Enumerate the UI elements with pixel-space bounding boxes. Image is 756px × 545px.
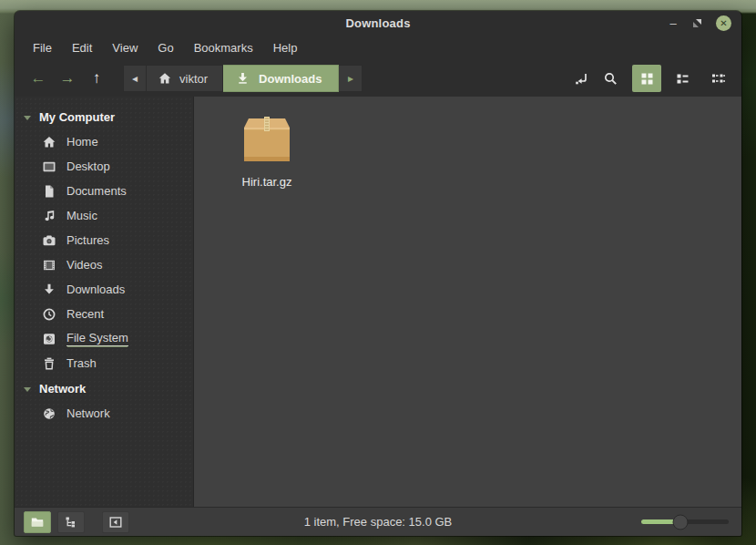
home-icon <box>158 71 172 86</box>
sidebar-item-label: Network <box>66 406 110 420</box>
section-header-label: Network <box>39 382 86 396</box>
sidebar-item-trash[interactable]: Trash <box>15 351 193 375</box>
restore-icon <box>692 18 702 28</box>
menu-view[interactable]: View <box>102 37 148 58</box>
globe-icon <box>42 406 56 421</box>
breadcrumb-home[interactable]: viktor <box>147 65 223 92</box>
download-arrow-icon <box>42 283 56 297</box>
search-icon <box>603 71 618 87</box>
window-controls: – ✕ <box>668 15 741 31</box>
sidebar-item-label: Music <box>66 209 97 222</box>
desktop-wallpaper: { "window": { "title": "Downloads", "con… <box>0 0 756 545</box>
maximize-button[interactable] <box>692 18 702 28</box>
sidebar-item-network[interactable]: Network <box>15 401 193 426</box>
compact-view-button[interactable] <box>703 65 732 92</box>
sidebar-item-downloads[interactable]: Downloads <box>15 277 193 302</box>
location-entry-icon <box>574 71 589 87</box>
menu-bookmarks[interactable]: Bookmarks <box>184 37 263 58</box>
search-button[interactable] <box>596 66 625 91</box>
music-note-icon <box>42 209 56 223</box>
sidebar-item-label: File System <box>66 331 128 346</box>
sidebar-item-label: Trash <box>66 356 97 370</box>
status-text: 1 item, Free space: 15.0 GB <box>15 515 741 529</box>
breadcrumb-home-label: viktor <box>179 72 208 86</box>
back-button[interactable]: ← <box>24 66 53 91</box>
expander-down-icon[interactable] <box>24 387 31 392</box>
sidebar-item-label: Pictures <box>66 233 109 247</box>
statusbar: 1 item, Free space: 15.0 GB <box>15 507 741 536</box>
sidebar-item-home[interactable]: Home <box>15 129 193 154</box>
home-icon <box>42 135 56 149</box>
forward-button[interactable]: → <box>53 66 82 91</box>
zoom-slider-handle[interactable] <box>673 514 689 530</box>
hard-disk-icon <box>42 332 56 346</box>
sidebar: My Computer Home Desktop Documents <box>15 97 194 507</box>
film-icon <box>42 258 56 272</box>
list-view-icon <box>675 71 690 87</box>
sidebar-item-pictures[interactable]: Pictures <box>15 228 193 252</box>
sidebar-item-documents[interactable]: Documents <box>15 179 193 203</box>
sidebar-item-videos[interactable]: Videos <box>15 252 193 277</box>
sidebar-section-my-computer[interactable]: My Computer <box>15 105 193 129</box>
close-button[interactable]: ✕ <box>716 15 731 31</box>
file-name: Hiri.tar.gz <box>242 175 292 189</box>
download-arrow-icon <box>236 71 250 86</box>
breadcrumb: ◂ viktor Downloads ▸ <box>123 65 363 92</box>
toolbar: ← → ↑ ◂ viktor Downloads ▸ <box>15 60 741 97</box>
menu-help[interactable]: Help <box>263 37 308 58</box>
sidebar-item-recent[interactable]: Recent <box>15 302 193 326</box>
breadcrumb-prev-button[interactable]: ◂ <box>123 65 147 92</box>
list-view-button[interactable] <box>668 65 697 92</box>
sidebar-item-file-system[interactable]: File System <box>15 326 193 351</box>
minimize-button[interactable]: – <box>668 19 679 28</box>
sidebar-item-music[interactable]: Music <box>15 203 193 228</box>
archive-icon <box>241 114 292 168</box>
menubar: File Edit View Go Bookmarks Help <box>15 36 741 60</box>
sidebar-section-network[interactable]: Network <box>15 376 193 401</box>
titlebar[interactable]: Downloads – ✕ <box>15 11 741 36</box>
file-manager-window: Downloads – ✕ File Edit View Go Bookmark… <box>15 11 741 536</box>
window-body: My Computer Home Desktop Documents <box>15 97 741 507</box>
file-item-archive[interactable]: Hiri.tar.gz <box>221 114 312 189</box>
sidebar-item-label: Downloads <box>66 283 125 296</box>
toggle-location-entry-button[interactable] <box>567 66 596 91</box>
grid-view-icon <box>639 71 655 87</box>
file-view[interactable]: Hiri.tar.gz <box>194 97 741 507</box>
zoom-slider-track[interactable] <box>641 519 729 524</box>
sidebar-item-label: Recent <box>66 307 104 321</box>
sidebar-item-label: Documents <box>66 184 127 198</box>
compact-view-icon <box>710 71 726 87</box>
section-header-label: My Computer <box>39 110 115 124</box>
zoom-slider[interactable] <box>641 519 732 524</box>
sidebar-item-label: Videos <box>66 258 103 272</box>
expander-down-icon[interactable] <box>24 116 31 120</box>
desktop-icon <box>42 159 56 174</box>
breadcrumb-current[interactable]: Downloads <box>223 65 339 92</box>
window-title: Downloads <box>15 16 741 30</box>
breadcrumb-current-label: Downloads <box>259 72 322 86</box>
sidebar-item-label: Home <box>66 135 98 149</box>
sidebar-item-desktop[interactable]: Desktop <box>15 154 193 179</box>
camera-icon <box>42 233 56 248</box>
menu-go[interactable]: Go <box>148 37 183 58</box>
breadcrumb-next-button[interactable]: ▸ <box>339 65 363 92</box>
trash-icon <box>42 356 56 371</box>
sidebar-item-label: Desktop <box>66 159 110 173</box>
clock-icon <box>42 307 56 322</box>
view-switcher <box>632 65 732 92</box>
up-button[interactable]: ↑ <box>82 66 111 91</box>
menu-edit[interactable]: Edit <box>62 37 102 58</box>
menu-file[interactable]: File <box>23 37 62 58</box>
document-icon <box>42 184 56 199</box>
icon-view-button[interactable] <box>632 65 661 92</box>
